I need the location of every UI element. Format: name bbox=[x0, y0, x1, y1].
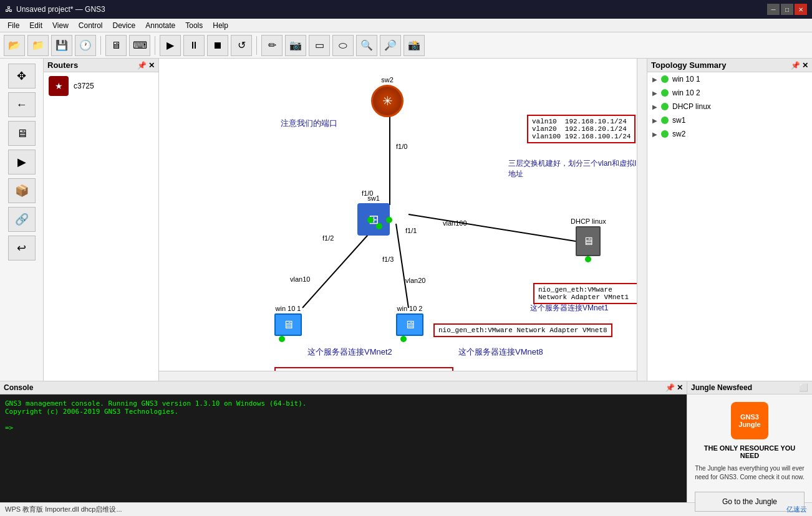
topo-label-1: win 10 2 bbox=[672, 88, 700, 97]
routers-pin-icon[interactable]: 📌 bbox=[137, 61, 147, 70]
window-title: Unsaved project* — GNS3 bbox=[16, 5, 105, 14]
undo-tool[interactable]: ↩ bbox=[8, 236, 36, 260]
device-tool[interactable]: 📦 bbox=[8, 178, 36, 203]
topo-item-win10-1[interactable]: ▶ win 10 1 bbox=[647, 72, 812, 86]
win10-2-icon[interactable]: 🖥 bbox=[396, 313, 423, 336]
play-tool[interactable]: ▶ bbox=[8, 150, 36, 174]
topo-item-sw2[interactable]: ▶ sw2 bbox=[647, 127, 812, 141]
canvas-area: 注意我们的端口 valn10 192.168.10.1/24 vlan20 19… bbox=[159, 59, 647, 381]
vlan-line2: vlan20 192.168.20.1/24 bbox=[532, 125, 631, 133]
pc-tool[interactable]: 🖥 bbox=[8, 121, 36, 146]
titlebar: 🖧 Unsaved project* — GNS3 ─ □ ✕ bbox=[0, 0, 812, 19]
bottom-section: Console 📌 ✕ GNS3 management console. Run… bbox=[0, 381, 812, 502]
win10-2-node: win 10 2 🖥 bbox=[396, 305, 423, 343]
topo-item-win10-2[interactable]: ▶ win 10 2 bbox=[647, 86, 812, 100]
move-tool[interactable]: ✥ bbox=[8, 64, 36, 88]
win10-1-node: win 10 1 🖥 bbox=[274, 305, 302, 343]
router-c3725[interactable]: ★ c3725 bbox=[44, 72, 158, 100]
open-folder-button[interactable]: 📂 bbox=[4, 35, 25, 56]
topo-label-0: win 10 1 bbox=[672, 75, 700, 84]
minimize-button[interactable]: ─ bbox=[767, 4, 780, 15]
close-button[interactable]: ✕ bbox=[795, 4, 807, 15]
expand-icon-2: ▶ bbox=[652, 103, 657, 110]
expand-icon-0: ▶ bbox=[652, 76, 657, 83]
sw2-label: sw2 bbox=[381, 76, 394, 84]
jungle-content: GNS3 Jungle THE ONLY RESOURCE YOU NEED T… bbox=[687, 394, 812, 516]
terminal-button[interactable]: ⌨ bbox=[129, 35, 150, 56]
console-panel[interactable]: GNS3 management console. Running GNS3 ve… bbox=[0, 394, 687, 502]
sw1-node: sw1 ⊞ bbox=[357, 194, 390, 236]
sw1-dot3 bbox=[386, 217, 392, 223]
maximize-button[interactable]: □ bbox=[781, 4, 793, 15]
topo-close-icon[interactable]: ✕ bbox=[802, 61, 808, 70]
jungle-description: The Jungle has everything you will ever … bbox=[695, 464, 805, 482]
zoom-in-button[interactable]: 🔍 bbox=[356, 35, 377, 56]
menu-annotate[interactable]: Annotate bbox=[140, 20, 180, 31]
cable-tool[interactable]: 🔗 bbox=[8, 207, 36, 232]
menu-file[interactable]: File bbox=[2, 20, 24, 31]
jungle-expand-icon[interactable]: ⬜ bbox=[799, 383, 808, 392]
console-pin-icon[interactable]: 📌 bbox=[665, 383, 675, 392]
canvas-scrollbar-v[interactable] bbox=[637, 59, 647, 381]
sw2-icon[interactable]: ✳ bbox=[371, 85, 404, 117]
title-left: 🖧 Unsaved project* — GNS3 bbox=[5, 5, 105, 14]
f1-3-label: f1/3 bbox=[382, 256, 394, 263]
status-text: WPS 教育版 Importer.dll dhcp启维设... bbox=[5, 505, 122, 514]
menu-device[interactable]: Device bbox=[108, 20, 141, 31]
left-tools-panel: ✥ ← 🖥 ▶ 📦 🔗 ↩ bbox=[0, 59, 44, 381]
snapshot-button[interactable]: 📷 bbox=[285, 35, 306, 56]
pause-all-button[interactable]: ⏸ bbox=[183, 35, 205, 56]
topology-summary-panel: Topology Summary 📌 ✕ ▶ win 10 1 ▶ win 10… bbox=[647, 59, 812, 381]
zoom-out-button[interactable]: 🔎 bbox=[380, 35, 401, 56]
menu-tools[interactable]: Tools bbox=[180, 20, 208, 31]
topo-label-4: sw2 bbox=[672, 130, 685, 138]
menu-edit[interactable]: Edit bbox=[24, 20, 47, 31]
save-button[interactable]: 💾 bbox=[51, 35, 72, 56]
open-file-button[interactable]: 📁 bbox=[27, 35, 49, 56]
menubar: FileEditViewControlDeviceAnnotateToolsHe… bbox=[0, 19, 812, 32]
edit-button[interactable]: ✏ bbox=[261, 35, 283, 56]
routers-close-icon[interactable]: ✕ bbox=[148, 61, 155, 70]
sw1-dot1 bbox=[367, 217, 374, 223]
rect-button[interactable]: ▭ bbox=[309, 35, 330, 56]
win10-2-dot bbox=[400, 336, 407, 342]
toolbar: 📂📁💾🕐🖥⌨▶⏸⏹↺✏📷▭⬭🔍🔎📸 bbox=[0, 32, 812, 59]
ellipse-button[interactable]: ⬭ bbox=[332, 35, 354, 56]
capture-button[interactable]: 📸 bbox=[404, 35, 425, 56]
annotation-layer3: 三层交换机建好，划分三个vlan和虚拟Ip地址 bbox=[508, 158, 647, 179]
topo-item-dhcp[interactable]: ▶ DHCP linux bbox=[647, 100, 812, 113]
vlan10-label: vlan10 bbox=[290, 275, 310, 283]
toolbar-sep-4 bbox=[100, 36, 101, 55]
svg-line-3 bbox=[408, 214, 583, 242]
dhcp-dot bbox=[585, 256, 591, 262]
win10-1-icon[interactable]: 🖥 bbox=[274, 313, 302, 336]
f1-0-sw1-label: f1/0 bbox=[362, 189, 373, 197]
topo-dot-2 bbox=[661, 103, 669, 110]
reload-button[interactable]: ↺ bbox=[231, 35, 252, 56]
nio-vmnet8-box: nio_gen_eth:VMware Network Adapter VMnet… bbox=[433, 323, 612, 337]
topo-pin-icon[interactable]: 📌 bbox=[791, 61, 800, 70]
sw1-icon[interactable]: ⊞ bbox=[357, 203, 390, 236]
annotation-vmnet2: 这个服务器连接VMnet2 bbox=[307, 346, 392, 358]
canvas-scrollbar-h[interactable] bbox=[159, 371, 637, 381]
topo-label-2: DHCP linux bbox=[672, 102, 711, 111]
annotation-vmnet1: 这个服务器连接VMnet1 bbox=[530, 303, 608, 313]
jungle-header: Jungle Newsfeed ⬜ bbox=[687, 381, 812, 394]
stop-all-button[interactable]: ⏹ bbox=[207, 35, 228, 56]
router-c3725-label: c3725 bbox=[74, 82, 94, 90]
router-c3725-icon: ★ bbox=[49, 76, 69, 96]
win10-1-dot bbox=[279, 336, 285, 342]
menu-control[interactable]: Control bbox=[74, 20, 108, 31]
f1-1-label: f1/1 bbox=[405, 227, 417, 234]
menu-help[interactable]: Help bbox=[208, 20, 233, 31]
topo-item-sw1[interactable]: ▶ sw1 bbox=[647, 113, 812, 127]
dhcp-node: DHCP linux 🖥 bbox=[571, 217, 606, 264]
f1-2-label: f1/2 bbox=[322, 234, 334, 242]
console-close-icon[interactable]: ✕ bbox=[677, 383, 683, 392]
start-all-button[interactable]: ▶ bbox=[160, 35, 181, 56]
dhcp-icon[interactable]: 🖥 bbox=[576, 226, 601, 256]
back-tool[interactable]: ← bbox=[8, 92, 36, 117]
screenshot-button[interactable]: 🖥 bbox=[105, 35, 127, 56]
history-button[interactable]: 🕐 bbox=[75, 35, 96, 56]
menu-view[interactable]: View bbox=[47, 20, 74, 31]
